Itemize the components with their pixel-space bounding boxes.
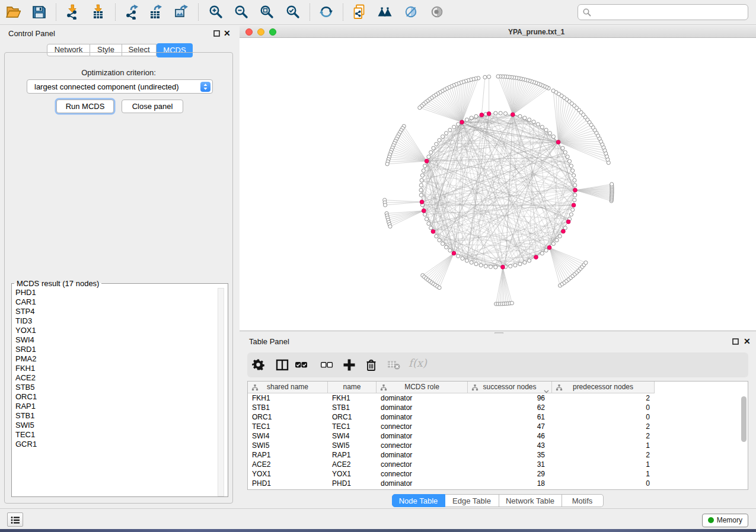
- cell-successor_nodes[interactable]: 35: [468, 450, 552, 460]
- cell-name[interactable]: ORC1: [328, 412, 377, 422]
- cell-mcds_role[interactable]: connector: [377, 441, 468, 450]
- cell-mcds_role[interactable]: connector: [377, 469, 468, 479]
- search-field[interactable]: [578, 4, 748, 20]
- table-row-RAP1[interactable]: RAP1RAP1dominator352: [248, 450, 655, 460]
- function-builder-icon[interactable]: f(x): [409, 357, 427, 369]
- zoom-selected-icon[interactable]: [285, 4, 301, 20]
- cell-name[interactable]: RAP1: [328, 450, 377, 460]
- table-row-ACE2[interactable]: ACE2ACE2connector311: [248, 460, 655, 469]
- mcds-node-name[interactable]: SRD1: [15, 345, 37, 354]
- cell-shared_name[interactable]: STB1: [248, 403, 328, 412]
- table-row-SWI4[interactable]: SWI4SWI4dominator462: [248, 431, 655, 441]
- cell-predecessor_nodes[interactable]: 0: [552, 412, 655, 422]
- delete-table-icon[interactable]: [387, 358, 400, 373]
- close-panel-button[interactable]: Close panel: [122, 100, 183, 113]
- cell-successor_nodes[interactable]: 29: [468, 469, 552, 479]
- cell-mcds_role[interactable]: connector: [377, 422, 468, 431]
- column-header-successor-nodes[interactable]: successor nodes: [468, 382, 552, 393]
- mcds-node-name[interactable]: ACE2: [15, 373, 37, 383]
- tab-motifs[interactable]: Motifs: [562, 494, 604, 507]
- tab-edge-table[interactable]: Edge Table: [445, 494, 499, 507]
- cell-mcds_role[interactable]: dominator: [377, 431, 468, 441]
- cell-shared_name[interactable]: RAP1: [248, 450, 328, 460]
- birds-eye-view-icon[interactable]: [429, 4, 445, 20]
- cell-shared_name[interactable]: SWI5: [248, 441, 328, 450]
- cell-predecessor_nodes[interactable]: 2: [552, 393, 655, 403]
- cell-name[interactable]: SWI4: [328, 431, 377, 441]
- tab-network-table[interactable]: Network Table: [499, 494, 562, 507]
- cell-successor_nodes[interactable]: 31: [468, 460, 552, 469]
- export-image-icon[interactable]: [174, 4, 189, 20]
- cell-predecessor_nodes[interactable]: 1: [552, 441, 655, 450]
- table-row-STB1[interactable]: STB1STB1dominator620: [248, 403, 655, 412]
- cell-mcds_role[interactable]: dominator: [377, 479, 468, 488]
- import-table-icon[interactable]: [91, 4, 106, 20]
- mcds-scrollbar-track[interactable]: [218, 288, 224, 496]
- cell-predecessor_nodes[interactable]: 0: [552, 403, 655, 412]
- float-table-panel-icon[interactable]: [732, 338, 739, 347]
- cell-successor_nodes[interactable]: 61: [468, 412, 552, 422]
- column-header-predecessor-nodes[interactable]: predecessor nodes: [552, 382, 655, 393]
- table-row-YOX1[interactable]: YOX1YOX1connector291: [248, 469, 655, 479]
- show-panels-button[interactable]: [7, 512, 23, 527]
- cell-name[interactable]: YOX1: [328, 469, 377, 479]
- mcds-node-name[interactable]: SWI5: [15, 421, 37, 430]
- cell-shared_name[interactable]: ACE2: [248, 460, 328, 469]
- float-panel-icon[interactable]: [213, 30, 220, 39]
- mcds-node-name[interactable]: STB1: [15, 411, 37, 421]
- cell-mcds_role[interactable]: dominator: [377, 403, 468, 412]
- cell-name[interactable]: SWI5: [328, 441, 377, 450]
- cell-successor_nodes[interactable]: 47: [468, 422, 552, 431]
- cell-name[interactable]: TEC1: [328, 422, 377, 431]
- cell-predecessor_nodes[interactable]: 1: [552, 460, 655, 469]
- table-row-SWI5[interactable]: SWI5SWI5connector431: [248, 441, 655, 450]
- cell-shared_name[interactable]: SWI4: [248, 431, 328, 441]
- update-view-icon[interactable]: [318, 4, 334, 20]
- close-control-panel-icon[interactable]: ✕: [224, 30, 231, 37]
- deselect-all-rows-icon[interactable]: [320, 358, 333, 373]
- add-column-icon[interactable]: [343, 358, 356, 373]
- toggle-panes-icon[interactable]: [276, 358, 289, 373]
- cell-successor_nodes[interactable]: 43: [468, 441, 552, 450]
- table-row-ORC1[interactable]: ORC1ORC1dominator610: [248, 412, 655, 422]
- search-binoculars-icon[interactable]: [377, 4, 393, 20]
- cell-predecessor_nodes[interactable]: 1: [552, 469, 655, 479]
- import-network-icon[interactable]: [65, 4, 80, 20]
- mcds-node-name[interactable]: PHD1: [15, 288, 37, 297]
- mcds-result-list[interactable]: PHD1CAR1STP4TID3YOX1SWI4SRD1PMA2FKH1ACE2…: [15, 288, 37, 449]
- cell-name[interactable]: ACE2: [328, 460, 377, 469]
- export-table-icon[interactable]: [148, 4, 163, 20]
- run-mcds-button[interactable]: Run MCDS: [56, 100, 114, 113]
- cell-successor_nodes[interactable]: 62: [468, 403, 552, 412]
- mcds-node-name[interactable]: TEC1: [15, 430, 37, 440]
- mcds-node-name[interactable]: CAR1: [15, 297, 37, 307]
- mcds-node-name[interactable]: PMA2: [15, 354, 37, 364]
- delete-columns-icon[interactable]: [365, 358, 378, 373]
- cell-shared_name[interactable]: FKH1: [248, 393, 328, 403]
- mcds-node-name[interactable]: YOX1: [15, 326, 37, 335]
- memory-button[interactable]: Memory: [702, 514, 748, 527]
- cell-predecessor_nodes[interactable]: 2: [552, 431, 655, 441]
- network-canvas[interactable]: [240, 38, 756, 331]
- mcds-node-name[interactable]: ORC1: [15, 392, 37, 402]
- cell-shared_name[interactable]: TEC1: [248, 422, 328, 431]
- select-all-rows-icon[interactable]: [295, 358, 308, 373]
- cell-shared_name[interactable]: YOX1: [248, 469, 328, 479]
- column-header-shared-name[interactable]: shared name: [248, 382, 328, 393]
- export-network-icon[interactable]: [124, 4, 139, 20]
- table-row-FKH1[interactable]: FKH1FKH1dominator962: [248, 393, 655, 403]
- criterion-dropdown[interactable]: largest connected component (undirected): [27, 79, 213, 94]
- table-row-PHD1[interactable]: PHD1PHD1dominator180: [248, 479, 655, 488]
- open-session-icon[interactable]: [5, 4, 21, 20]
- column-header-name[interactable]: name: [328, 382, 377, 393]
- cell-mcds_role[interactable]: dominator: [377, 412, 468, 422]
- zoom-out-icon[interactable]: [234, 4, 249, 20]
- cell-name[interactable]: STB1: [328, 403, 377, 412]
- mcds-node-name[interactable]: STB5: [15, 383, 37, 392]
- mcds-node-name[interactable]: TID3: [15, 316, 37, 326]
- close-table-panel-icon[interactable]: ✕: [744, 338, 751, 345]
- mcds-node-name[interactable]: RAP1: [15, 402, 37, 411]
- table-settings-icon[interactable]: [252, 358, 264, 373]
- network-window-titlebar[interactable]: YPA_prune.txt_1: [240, 26, 756, 38]
- mcds-node-name[interactable]: STP4: [15, 307, 37, 316]
